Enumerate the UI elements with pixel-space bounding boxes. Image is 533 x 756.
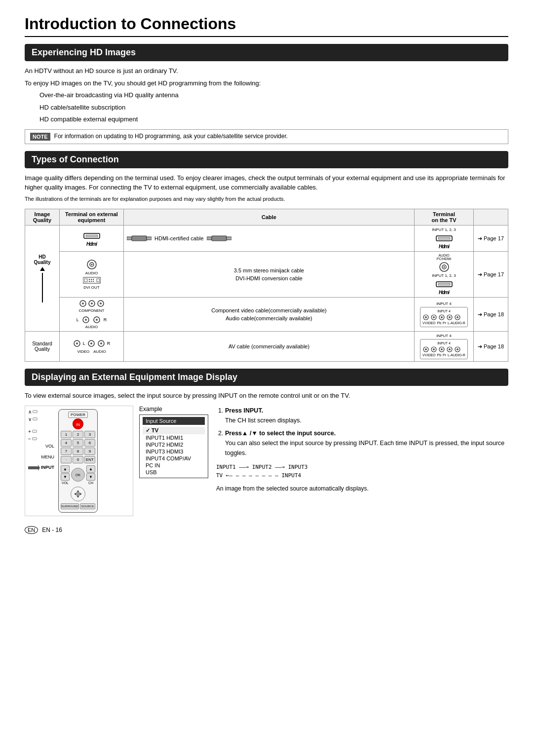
btn-4[interactable]: 4 <box>61 439 72 447</box>
page-title: Introduction to Connections <box>25 15 508 37</box>
vol-up-remote[interactable]: ▲ <box>61 465 70 473</box>
svg-rect-13 <box>83 277 101 283</box>
col-terminal-external: Terminal on externalequipment <box>60 209 124 226</box>
video-label: L <box>83 341 85 346</box>
btn-8[interactable]: 8 <box>73 448 83 455</box>
vol-remote-label: VOL <box>62 481 69 485</box>
input-flow-diagram: INPUT1 ——→ INPUT2 ——→ INPUT3 TV ←— — — —… <box>216 463 508 480</box>
ch-down-arrow: ∨ <box>28 416 32 422</box>
page-footer: EN EN - 16 <box>25 526 508 534</box>
svg-point-38 <box>425 316 427 318</box>
section1-bullet2: HD cable/satellite subscription <box>39 103 508 113</box>
input4-av-label: INPUT 4 <box>436 334 452 338</box>
steps-area: Press INPUT. The CH list screen displays… <box>216 406 508 516</box>
svg-point-62 <box>457 348 458 350</box>
step1-sub: The CH list screen displays. <box>225 417 302 424</box>
equip-hdmi: Hdmi <box>60 226 124 252</box>
svg-point-44 <box>449 316 451 318</box>
menu-input3[interactable]: INPUT3 HDMI3 <box>143 448 205 455</box>
svg-rect-15 <box>89 279 90 280</box>
ch-down-remote[interactable]: ▼ <box>86 473 95 481</box>
col-image-quality: ImageQuality <box>25 209 60 226</box>
svg-point-56 <box>433 348 435 350</box>
menu-pc-in[interactable]: PC IN <box>143 462 205 469</box>
audio-small-label: AUDIO <box>93 349 106 354</box>
dvi-label: DVI OUT <box>83 285 99 290</box>
btn-7[interactable]: 7 <box>61 448 72 455</box>
col-page <box>474 209 508 226</box>
svg-rect-14 <box>84 279 87 282</box>
svg-point-52 <box>100 342 102 344</box>
section1-para1: An HDTV without an HD source is just an … <box>25 66 508 76</box>
connection-table: ImageQuality Terminal on externalequipme… <box>25 209 508 362</box>
svg-rect-16 <box>91 279 92 280</box>
surround-btn[interactable]: SURROUND <box>61 503 79 509</box>
ch-up-remote[interactable]: ▲ <box>86 465 95 473</box>
cable-av-label: AV cable (commercially available) <box>127 343 411 349</box>
svg-rect-19 <box>91 281 92 282</box>
table-row: AUDIO DVI OUT 3.5 mm stereo minijac <box>25 252 508 298</box>
remote-diagram: ∧ ∨ + − VOL <box>25 406 133 516</box>
menu-input1[interactable]: INPUT1 HDMI1 <box>143 434 205 441</box>
btn-dot[interactable]: · <box>61 456 72 463</box>
quality-hd: HDQuality <box>25 226 60 332</box>
svg-rect-2 <box>127 237 132 240</box>
menu-input4[interactable]: INPUT4 COMP/AV <box>143 455 205 462</box>
svg-rect-9 <box>438 237 450 239</box>
btn-0[interactable]: 0 <box>73 456 83 463</box>
table-row: COMPONENT L R AUDIO Component video cabl… <box>25 298 508 332</box>
input4-label: INPUT 4 <box>436 302 452 306</box>
svg-point-58 <box>441 348 443 350</box>
bottom-section: ∧ ∨ + − VOL <box>25 406 508 516</box>
ch-button[interactable] <box>33 410 38 413</box>
input-source-box: Input Source ✓ TV INPUT1 HDMI1 INPUT2 HD… <box>139 415 208 478</box>
vol-button[interactable] <box>32 430 37 433</box>
vol-down-remote[interactable]: ▼ <box>61 473 70 481</box>
section2-header: Types of Connection <box>25 151 508 168</box>
section3-intro: To view external source images, select t… <box>25 391 508 401</box>
svg-point-60 <box>449 348 451 350</box>
page-ref-18b: ➔ Page 18 <box>474 332 508 362</box>
menu-input2[interactable]: INPUT2 HDMI2 <box>143 441 205 448</box>
en-badge: EN <box>25 526 38 534</box>
svg-point-54 <box>425 348 427 350</box>
source-btn[interactable]: SOURCE <box>80 503 95 509</box>
btn-2[interactable]: 2 <box>73 431 83 438</box>
svg-rect-20 <box>93 281 94 282</box>
section2-para1: Image quality differs depending on the t… <box>25 173 508 192</box>
svg-rect-4 <box>147 237 152 240</box>
page-ref-18a: ➔ Page 18 <box>474 298 508 332</box>
pb2-label: Pb <box>437 353 442 357</box>
vol-down-button[interactable] <box>32 437 37 440</box>
cable-hdmi-label: HDMI-certified cable <box>154 235 204 241</box>
svg-rect-21 <box>97 279 100 282</box>
menu-tv[interactable]: ✓ TV <box>143 427 205 434</box>
menu-usb[interactable]: USB <box>143 469 205 476</box>
tv-input-hdmi2: AUDIOPC/HDMI INPUT 1, 2, 3 Hdmi <box>415 252 474 298</box>
directional-pad[interactable] <box>71 487 85 501</box>
note-text: For information on updating to HD progra… <box>54 133 288 140</box>
btn-9[interactable]: 9 <box>84 448 95 455</box>
ch-up-arrow: ∧ <box>28 409 32 415</box>
cable-component-label: Component video cable(commercially avail… <box>127 307 411 313</box>
btn-ent[interactable]: ENT <box>84 456 95 463</box>
section1-para2: To enjoy HD images on the TV, you should… <box>25 78 508 88</box>
ch-down-button[interactable] <box>33 417 38 420</box>
power-btn-top[interactable]: POWER <box>68 412 88 418</box>
section-types-of-connection: Types of Connection Image quality differ… <box>25 151 508 362</box>
btn-5[interactable]: 5 <box>73 439 83 447</box>
steps-list: Press INPUT. The CH list screen displays… <box>225 406 508 458</box>
svg-marker-68 <box>79 492 82 495</box>
number-pad: 1 2 3 4 5 6 7 8 9 · 0 ENT <box>61 431 95 463</box>
tv-audio-phdmi-label: AUDIOPC/HDMI <box>437 254 452 261</box>
btn-3[interactable]: 3 <box>84 431 95 438</box>
center-button[interactable]: OK <box>71 468 85 482</box>
btn-1[interactable]: 1 <box>61 431 72 438</box>
power-row: POWER <box>61 413 95 417</box>
pr-label: Pr <box>443 321 446 325</box>
quality-standard: StandardQuality <box>25 332 60 362</box>
menu-label-side: MENU <box>28 454 54 459</box>
btn-6[interactable]: 6 <box>84 439 95 447</box>
svg-rect-6 <box>212 236 227 241</box>
input-button-remote[interactable]: IN <box>73 418 83 429</box>
